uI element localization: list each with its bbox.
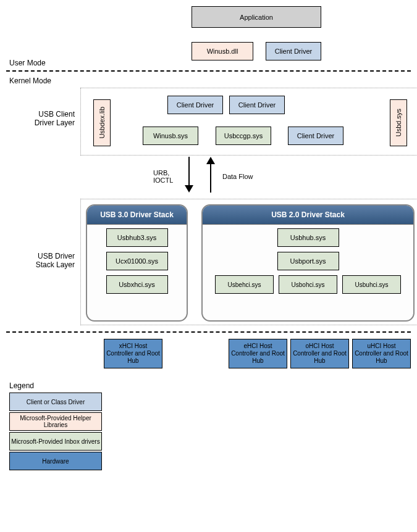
usbd-sys-box: Usbd.sys bbox=[390, 99, 407, 146]
arrow-up-head-icon bbox=[206, 157, 215, 164]
divider-user-kernel bbox=[6, 70, 411, 72]
usbport-sys-box: Usbport.sys bbox=[277, 252, 339, 270]
usb3-stack-panel: USB 3.0 Driver Stack Usbhub3.sys Ucx0100… bbox=[86, 204, 188, 322]
legend-inbox-drivers: Microsoft-Provided Inbox drivers bbox=[9, 432, 102, 451]
stack-layer-label: USB Driver Stack Layer bbox=[32, 252, 75, 269]
usb2-stack-panel: USB 2.0 Driver Stack Usbhub.sys Usbport.… bbox=[201, 204, 415, 322]
winusb-sys-box: Winusb.sys bbox=[143, 127, 198, 145]
user-mode-label: User Mode bbox=[9, 59, 46, 67]
divider-kernel-hardware bbox=[6, 331, 411, 333]
hardware-row: xHCI Host Controller and Root Hub eHCI H… bbox=[80, 339, 417, 373]
application-box: Application bbox=[192, 6, 321, 28]
ucx01000-sys-box: Ucx01000.sys bbox=[106, 252, 168, 270]
usbhub-sys-box: Usbhub.sys bbox=[277, 228, 339, 247]
legend-client-class: Client or Class Driver bbox=[9, 393, 102, 411]
arrow-down-icon bbox=[188, 157, 190, 186]
usb2-stack-title: USB 2.0 Driver Stack bbox=[203, 206, 413, 225]
ehci-hardware-box: eHCI Host Controller and Root Hub bbox=[229, 339, 287, 368]
usbuhci-sys-box: Usbuhci.sys bbox=[342, 275, 401, 294]
ohci-hardware-box: oHCI Host Controller and Root Hub bbox=[290, 339, 349, 368]
usbohci-sys-box: Usbohci.sys bbox=[279, 275, 337, 294]
client-driver-box-3: Client Driver bbox=[288, 127, 343, 145]
usbxhci-sys-box: Usbxhci.sys bbox=[106, 275, 168, 294]
usbehci-sys-box: Usbehci.sys bbox=[215, 275, 274, 294]
usb3-stack-title: USB 3.0 Driver Stack bbox=[87, 206, 187, 225]
urb-ioctl-label: URB, IOCTL bbox=[153, 169, 184, 184]
legend: Client or Class Driver Microsoft-Provide… bbox=[9, 393, 411, 470]
uhci-hardware-box: uHCI Host Controller and Root Hub bbox=[352, 339, 411, 368]
winusb-dll-box: Winusb.dll bbox=[192, 42, 253, 60]
client-driver-box-2: Client Driver bbox=[229, 96, 285, 114]
usbdexlib-box: Usbdex.lib bbox=[93, 99, 111, 146]
legend-helper-libs: Microsoft-Provided Helper Libraries bbox=[9, 412, 102, 431]
client-driver-box-1: Client Driver bbox=[167, 96, 223, 114]
kernel-mode-label: Kernel Mode bbox=[9, 77, 411, 85]
usbccgp-sys-box: Usbccgp.sys bbox=[216, 127, 271, 145]
client-driver-layer: USB Client Driver Layer Usbdex.lib Clien… bbox=[80, 88, 417, 156]
data-flow-label: Data Flow bbox=[222, 173, 253, 180]
xhci-hardware-box: xHCI Host Controller and Root Hub bbox=[104, 339, 162, 368]
legend-title: Legend bbox=[9, 381, 411, 390]
arrow-up-icon bbox=[210, 163, 211, 193]
client-driver-top-box: Client Driver bbox=[266, 42, 321, 60]
user-mode-area: Application Winusb.dll Client Driver Use… bbox=[6, 6, 411, 68]
usbd-sys-text: Usbd.sys bbox=[395, 109, 402, 136]
client-layer-label: USB Client Driver Layer bbox=[32, 110, 75, 127]
usbhub3-sys-box: Usbhub3.sys bbox=[106, 228, 168, 247]
driver-stack-layer: USB Driver Stack Layer USB 3.0 Driver St… bbox=[80, 199, 417, 325]
arrows-area: URB, IOCTL Data Flow bbox=[80, 156, 417, 199]
arrow-down-head-icon bbox=[185, 185, 193, 193]
legend-hardware: Hardware bbox=[9, 452, 102, 470]
usbdexlib-text: Usbdex.lib bbox=[98, 107, 106, 138]
